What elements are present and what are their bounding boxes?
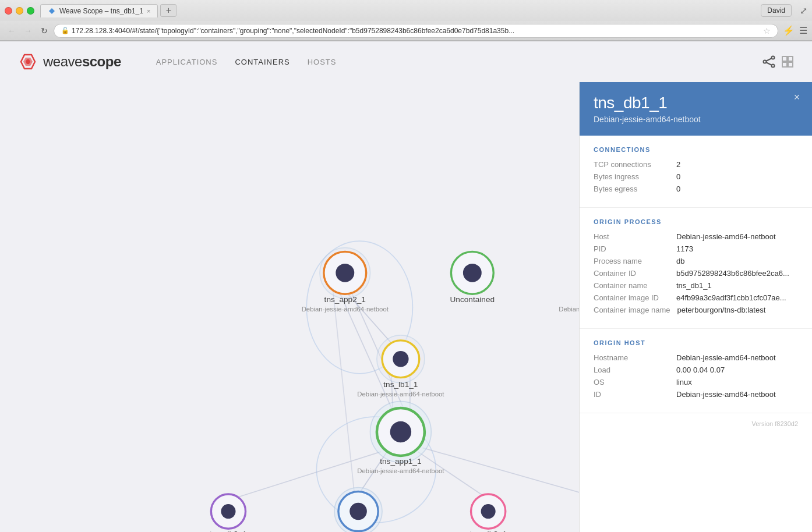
bytes-ingress-row: Bytes ingress 0 — [594, 172, 798, 181]
nav-hosts[interactable]: HOSTS — [308, 58, 337, 66]
process-name-val: db — [676, 257, 684, 265]
container-image-name-val: peterbourgon/tns-db:latest — [677, 306, 766, 314]
detail-panel: tns_db1_1 Debian-jessie-amd64-netboot × … — [579, 82, 812, 532]
bytes-egress-row: Bytes egress 0 — [594, 185, 798, 193]
view-toggles — [762, 55, 795, 69]
svg-rect-8 — [782, 56, 787, 61]
refresh-button[interactable]: ↻ — [37, 24, 51, 38]
panel-subtitle: Debian-jessie-amd64-netboot — [594, 115, 798, 124]
svg-text:Debian-jessie-amd64-netboot: Debian-jessie-amd64-netboot — [357, 467, 444, 474]
hostname-val: Debian-jessie-amd64-netboot — [676, 353, 776, 362]
node-tns_lb1_1[interactable]: tns_lb1_1 Debian-jessie-amd64-netboot — [357, 335, 444, 398]
settings-icon[interactable]: ☰ — [799, 25, 807, 36]
graph-view-toggle[interactable] — [762, 55, 776, 69]
svg-text:tns_db2_1: tns_db2_1 — [210, 530, 247, 532]
svg-point-39 — [393, 351, 408, 367]
container-name-row: Container name tns_db1_1 — [594, 281, 798, 290]
node-uncontained[interactable]: Uncontained — [450, 251, 495, 304]
host-val: Debian-jessie-amd64-netboot — [676, 232, 776, 241]
svg-line-24 — [333, 292, 354, 493]
node-tns_app1_1[interactable]: tns_app1_1 Debian-jessie-amd64-netboot — [357, 402, 444, 474]
panel-close-button[interactable]: × — [790, 90, 804, 104]
id-key: ID — [594, 390, 669, 399]
svg-rect-10 — [782, 62, 787, 67]
svg-text:Uncontained: Uncontained — [450, 295, 495, 304]
address-bar[interactable]: 🔓 172.28.128.3:4040/#!/state/{"topologyI… — [54, 24, 778, 38]
node-tns_db3_1[interactable]: tns_db3_1 Debian-jessie-amd64-netboot — [445, 494, 532, 532]
window-expand-icon[interactable]: ⤢ — [800, 5, 807, 16]
browser-tab[interactable]: Weave Scope – tns_db1_1 × — [40, 4, 158, 17]
container-image-name-key: Container image name — [594, 306, 670, 314]
connections-section: CONNECTIONS TCP connections 2 Bytes ingr… — [580, 136, 812, 208]
back-button[interactable]: ← — [5, 24, 19, 38]
app-content: weavescope APPLICATIONS CONTAINERS HOSTS — [0, 41, 812, 532]
svg-point-48 — [221, 504, 235, 519]
nav-applications[interactable]: APPLICATIONS — [156, 58, 218, 66]
os-row: OS linux — [594, 378, 798, 386]
bytes-egress-key: Bytes egress — [594, 185, 669, 193]
origin-host-section-title: ORIGIN HOST — [594, 339, 798, 346]
container-image-id-key: Container image ID — [594, 293, 669, 302]
extensions-icon[interactable]: ⚡ — [783, 25, 795, 36]
host-row: Host Debian-jessie-amd64-netboot — [594, 232, 798, 241]
tab-bar: Weave Scope – tns_db1_1 × + — [40, 4, 757, 17]
svg-point-27 — [336, 264, 354, 282]
svg-text:tns_lb1_1: tns_lb1_1 — [383, 380, 418, 389]
id-val: Debian-jessie-amd64-netboot — [676, 390, 776, 399]
tab-favicon — [48, 7, 56, 15]
logo-text: weavescope — [43, 54, 121, 70]
container-id-val: b5d9752898243b6c86bfee2ca6... — [676, 269, 789, 278]
svg-line-7 — [766, 62, 772, 65]
table-view-toggle[interactable] — [781, 55, 795, 69]
nav-icons: ⚡ ☰ — [783, 25, 807, 36]
tcp-connections-val: 2 — [676, 160, 680, 169]
id-row: ID Debian-jessie-amd64-netboot — [594, 390, 798, 399]
bytes-ingress-val: 0 — [676, 172, 680, 181]
panel-body: CONNECTIONS TCP connections 2 Bytes ingr… — [580, 136, 812, 434]
origin-host-section: ORIGIN HOST Hostname Debian-jessie-amd64… — [580, 329, 812, 413]
hostname-key: Hostname — [594, 353, 669, 362]
svg-point-44 — [390, 421, 411, 442]
container-image-id-row: Container image ID e4fb99a3c9adf3f1cbb1c… — [594, 293, 798, 302]
node-tns_db2_1[interactable]: tns_db2_1 Debian-jessie-amd64-netboot — [185, 494, 272, 532]
os-val: linux — [676, 378, 692, 386]
node-tns_app2_1[interactable]: tns_app2_1 Debian-jessie-amd64-netboot — [302, 248, 389, 313]
svg-point-57 — [481, 504, 496, 519]
app-header: weavescope APPLICATIONS CONTAINERS HOSTS — [0, 41, 812, 82]
star-icon[interactable]: ☆ — [763, 26, 771, 36]
forward-button[interactable]: → — [21, 24, 35, 38]
connections-section-title: CONNECTIONS — [594, 146, 798, 153]
bytes-ingress-key: Bytes ingress — [594, 172, 669, 181]
user-button[interactable]: David — [761, 4, 792, 17]
origin-process-section-title: ORIGIN PROCESS — [594, 218, 798, 225]
new-tab-button[interactable]: + — [160, 4, 176, 17]
nav-containers[interactable]: CONTAINERS — [235, 58, 290, 66]
panel-header: tns_db1_1 Debian-jessie-amd64-netboot × — [580, 82, 812, 136]
lock-icon: 🔓 — [61, 27, 69, 34]
minimize-traffic-light[interactable] — [16, 7, 23, 15]
container-image-id-val: e4fb99a3c9adf3f1cbb1cfc07ae... — [676, 293, 786, 302]
svg-rect-11 — [788, 62, 793, 67]
origin-process-section: ORIGIN PROCESS Host Debian-jessie-amd64-… — [580, 208, 812, 329]
logo: weavescope — [17, 51, 121, 72]
tcp-connections-row: TCP connections 2 — [594, 160, 798, 169]
process-name-row: Process name db — [594, 257, 798, 265]
tab-label: Weave Scope – tns_db1_1 — [59, 7, 143, 15]
tab-close-button[interactable]: × — [147, 8, 150, 15]
load-row: Load 0.00 0.04 0.07 — [594, 366, 798, 374]
panel-title: tns_db1_1 — [594, 94, 798, 112]
svg-line-6 — [766, 58, 772, 61]
title-bar: Weave Scope – tns_db1_1 × + David ⤢ — [0, 0, 812, 21]
os-key: OS — [594, 378, 669, 386]
load-key: Load — [594, 366, 669, 374]
maximize-traffic-light[interactable] — [27, 7, 34, 15]
node-tns_db1_1[interactable]: tns_db1_1 Debian-jessie-amd64-netboot — [315, 488, 402, 532]
svg-text:Debian-jessie-amd64-netboot: Debian-jessie-amd64-netboot — [357, 391, 444, 398]
pid-val: 1173 — [676, 244, 693, 253]
svg-point-53 — [349, 503, 367, 520]
hostname-row: Hostname Debian-jessie-amd64-netboot — [594, 353, 798, 362]
process-name-key: Process name — [594, 257, 669, 265]
container-id-key: Container ID — [594, 269, 669, 278]
nav-links: APPLICATIONS CONTAINERS HOSTS — [156, 58, 337, 66]
close-traffic-light[interactable] — [5, 7, 12, 15]
